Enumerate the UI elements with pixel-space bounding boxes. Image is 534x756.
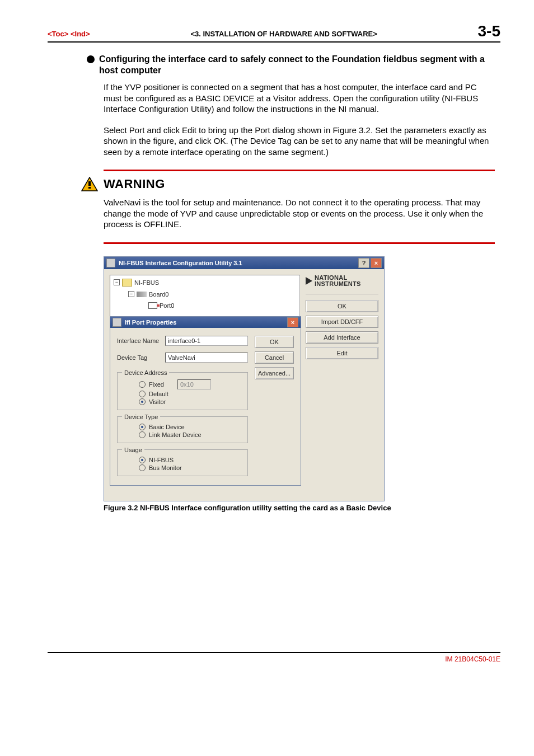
dialog-title: IfI Port Properties bbox=[125, 319, 176, 326]
warning-icon bbox=[81, 177, 98, 191]
footer-text: IM 21B04C50-01E bbox=[48, 655, 500, 663]
footer-divider bbox=[48, 652, 500, 653]
page-header: <Toc> <Ind> <3. INSTALLATION OF HARDWARE… bbox=[48, 22, 500, 43]
fixed-value-input: 0x10 bbox=[177, 379, 211, 389]
nifbus-label: NI-FBUS bbox=[149, 457, 174, 463]
fixed-label: Fixed bbox=[149, 381, 164, 388]
import-button[interactable]: Import DD/CFF bbox=[306, 316, 378, 328]
section-heading: Configuring the interface card to safely… bbox=[99, 54, 495, 76]
tree-board-label: Board0 bbox=[149, 291, 168, 298]
radio-icon[interactable] bbox=[139, 381, 146, 388]
side-panel: NATIONAL INSTRUMENTS OK Import DD/CFF Ad… bbox=[306, 275, 378, 490]
folder-icon bbox=[122, 279, 132, 287]
figure: NI-FBUS Interface Configuration Utility … bbox=[104, 256, 495, 512]
ind-link[interactable]: <Ind> bbox=[71, 30, 90, 38]
dialog-titlebar: IfI Port Properties × bbox=[110, 317, 301, 328]
dialog-advanced-button[interactable]: Advanced... bbox=[255, 367, 294, 379]
radio-icon[interactable] bbox=[139, 464, 146, 471]
default-radio-row[interactable]: Default bbox=[122, 391, 243, 397]
radio-icon[interactable] bbox=[139, 431, 146, 438]
logo-line1: NATIONAL bbox=[315, 275, 361, 281]
visitor-radio-row[interactable]: Visitor bbox=[122, 398, 243, 405]
chapter-title: <3. INSTALLATION OF HARDWARE AND SOFTWAR… bbox=[90, 30, 478, 38]
device-tag-label: Device Tag bbox=[117, 354, 162, 361]
default-label: Default bbox=[149, 391, 168, 397]
bus-monitor-radio-row[interactable]: Bus Monitor bbox=[122, 464, 243, 471]
usage-legend: Usage bbox=[122, 447, 144, 453]
warning-title: WARNING bbox=[104, 177, 165, 191]
radio-icon[interactable] bbox=[139, 457, 146, 463]
ni-logo-icon bbox=[306, 277, 312, 285]
interface-name-row: Interface Name interface0-1 bbox=[117, 336, 248, 346]
tree-root-label: NI-FBUS bbox=[134, 279, 159, 286]
app-titlebar: NI-FBUS Interface Configuration Utility … bbox=[104, 257, 384, 269]
help-button[interactable]: ? bbox=[358, 258, 369, 268]
nifbus-radio-row[interactable]: NI-FBUS bbox=[122, 457, 243, 463]
paragraph-1: If the YVP positioner is connected on a … bbox=[104, 82, 495, 115]
device-address-group: Device Address Fixed 0x10 Default bbox=[117, 369, 248, 410]
tree-port-label: Port0 bbox=[160, 302, 174, 309]
ni-logo: NATIONAL INSTRUMENTS bbox=[306, 275, 378, 287]
radio-icon[interactable] bbox=[139, 424, 146, 430]
tree-root-row[interactable]: − NI-FBUS bbox=[114, 279, 296, 287]
ok-button[interactable]: OK bbox=[306, 300, 378, 312]
collapse-icon[interactable]: − bbox=[114, 279, 120, 285]
warning-divider-bottom bbox=[104, 242, 495, 244]
warning-heading-row: WARNING bbox=[81, 177, 495, 191]
bullet-icon bbox=[87, 55, 95, 63]
usage-group: Usage NI-FBUS Bus Monitor bbox=[117, 447, 248, 476]
app-icon bbox=[106, 259, 115, 267]
dialog-icon bbox=[113, 318, 121, 327]
port-icon bbox=[148, 302, 157, 309]
bus-monitor-label: Bus Monitor bbox=[149, 464, 182, 471]
dialog-close-button[interactable]: × bbox=[287, 317, 298, 327]
app-title: NI-FBUS Interface Configuration Utility … bbox=[119, 260, 242, 266]
device-tag-input[interactable]: ValveNavi bbox=[165, 353, 248, 363]
edit-button[interactable]: Edit bbox=[306, 347, 378, 359]
device-type-group: Device Type Basic Device Link Master Dev… bbox=[117, 414, 248, 443]
page-number: 3-5 bbox=[478, 22, 500, 40]
link-master-label: Link Master Device bbox=[149, 431, 202, 438]
tree-board-row[interactable]: − Board0 bbox=[128, 291, 296, 298]
app-window: NI-FBUS Interface Configuration Utility … bbox=[104, 256, 385, 501]
radio-icon[interactable] bbox=[139, 398, 146, 405]
fixed-radio-row[interactable]: Fixed 0x10 bbox=[122, 379, 243, 389]
interface-name-input[interactable]: interface0-1 bbox=[165, 336, 248, 346]
add-interface-button[interactable]: Add Interface bbox=[306, 331, 378, 344]
interface-name-label: Interface Name bbox=[117, 337, 162, 344]
close-button[interactable]: × bbox=[371, 258, 382, 268]
figure-caption: Figure 3.2 NI-FBUS Interface configurati… bbox=[104, 504, 495, 512]
port-properties-dialog: IfI Port Properties × Interface Name int… bbox=[110, 316, 301, 486]
basic-device-radio-row[interactable]: Basic Device bbox=[122, 424, 243, 430]
warning-divider-top bbox=[104, 170, 495, 171]
dialog-ok-button[interactable]: OK bbox=[255, 336, 294, 348]
device-tag-row: Device Tag ValveNavi bbox=[117, 353, 248, 363]
device-type-legend: Device Type bbox=[122, 414, 160, 420]
toc-link[interactable]: <Toc> bbox=[48, 30, 68, 38]
warning-text: ValveNavi is the tool for setup and main… bbox=[104, 197, 495, 230]
link-master-radio-row[interactable]: Link Master Device bbox=[122, 431, 243, 438]
paragraph-2: Select Port and click Edit to bring up t… bbox=[104, 125, 495, 158]
basic-device-label: Basic Device bbox=[149, 424, 185, 430]
collapse-icon[interactable]: − bbox=[128, 291, 134, 297]
svg-rect-1 bbox=[88, 181, 91, 186]
logo-line2: INSTRUMENTS bbox=[315, 281, 361, 287]
radio-icon[interactable] bbox=[139, 391, 146, 397]
svg-rect-2 bbox=[88, 187, 91, 189]
section-heading-row: Configuring the interface card to safely… bbox=[87, 54, 495, 76]
dialog-cancel-button[interactable]: Cancel bbox=[255, 351, 294, 364]
board-icon bbox=[137, 292, 147, 297]
visitor-label: Visitor bbox=[149, 398, 166, 405]
tree-port-row[interactable]: Port0 bbox=[148, 302, 296, 309]
device-address-legend: Device Address bbox=[122, 369, 169, 376]
header-left: <Toc> <Ind> bbox=[48, 30, 90, 38]
